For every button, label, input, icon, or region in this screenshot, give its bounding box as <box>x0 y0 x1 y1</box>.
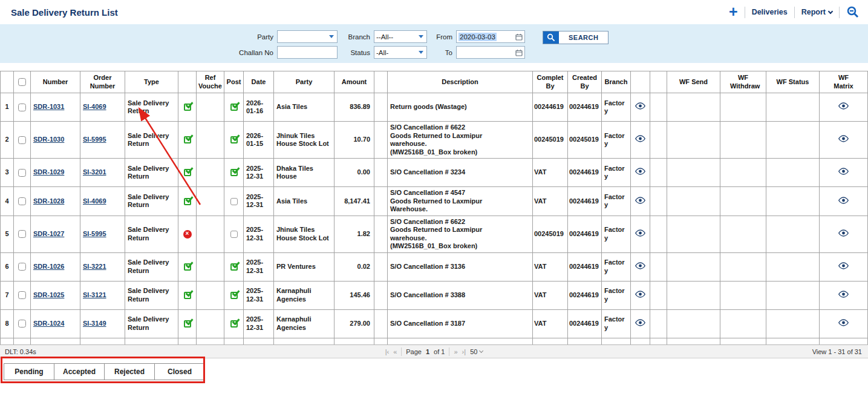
tab-pending[interactable]: Pending <box>4 363 54 380</box>
party-cell <box>274 338 334 344</box>
row-checkbox[interactable] <box>18 104 26 111</box>
status-label: Status <box>346 49 374 56</box>
amount-cell: 1.82 <box>334 216 374 252</box>
order-number-link[interactable]: SI-4069 <box>83 103 106 110</box>
row-select-cell <box>14 252 31 281</box>
number-link[interactable]: SDR-1024 <box>33 320 64 327</box>
number-link[interactable]: SDR-1029 <box>33 168 64 176</box>
wf-matrix-cell <box>820 216 868 252</box>
ref-voucher-cell <box>197 338 224 344</box>
branch-select[interactable]: --All-- <box>374 30 427 43</box>
view-eye-icon[interactable] <box>635 168 645 177</box>
wf-status-cell <box>766 93 820 122</box>
last-page-icon[interactable]: ›| <box>462 348 466 355</box>
challan-input[interactable] <box>277 46 338 59</box>
branch-cell: Factory <box>602 216 631 252</box>
wf-withdraw-cell <box>720 93 766 122</box>
calendar-icon[interactable] <box>515 33 523 41</box>
status-select[interactable]: -All- <box>374 46 427 59</box>
date-cell: 2025-12-31 <box>244 338 274 344</box>
number-link[interactable]: SDR-1026 <box>33 263 64 270</box>
dlt-timing: DLT: 0.34s <box>0 348 36 355</box>
post-cell <box>224 122 244 159</box>
order-number-link[interactable]: SI-5995 <box>83 136 106 143</box>
view-eye-icon[interactable] <box>838 291 849 300</box>
search-button[interactable]: SEARCH <box>543 31 609 44</box>
created-by-cell: 00244619 <box>568 216 602 252</box>
from-date-value: 2020-03-03 <box>458 33 497 41</box>
order-number-link[interactable]: SI-5995 <box>83 230 106 237</box>
to-date-input[interactable] <box>456 46 525 59</box>
page-size-select[interactable]: 50 <box>470 348 483 355</box>
order-number-link[interactable]: SI-4069 <box>83 197 106 205</box>
wf-status-cell <box>766 216 820 252</box>
view-eye-icon[interactable] <box>635 135 645 145</box>
zoom-search-icon[interactable] <box>846 5 860 19</box>
calendar-icon[interactable] <box>515 49 523 56</box>
add-icon[interactable]: + <box>729 5 738 18</box>
number-link[interactable]: SDR-1031 <box>33 103 64 110</box>
order-number-link[interactable]: SI-3221 <box>83 263 106 270</box>
row-checkbox[interactable] <box>18 136 26 144</box>
view-eye-icon[interactable] <box>838 135 849 145</box>
party-select[interactable] <box>277 30 338 43</box>
view-eye-icon[interactable] <box>838 319 849 329</box>
tab-rejected[interactable]: Rejected <box>104 363 155 380</box>
view-eye-icon[interactable] <box>838 262 849 272</box>
number-link[interactable]: SDR-1027 <box>33 230 64 237</box>
ref-voucher-cell <box>197 252 224 281</box>
empty-column-header <box>1 71 14 93</box>
view-eye-icon[interactable] <box>635 102 645 112</box>
view-eye-icon[interactable] <box>635 262 645 272</box>
page-number-input[interactable]: 1 <box>426 348 429 355</box>
view-eye-icon[interactable] <box>838 197 849 206</box>
view-eye-icon[interactable] <box>635 319 645 329</box>
created-by-cell: 00244619 <box>568 252 602 281</box>
view-eye-icon[interactable] <box>838 102 849 112</box>
party-cell: Jhinuk Tiles House Stock Lot <box>274 216 334 252</box>
order-number-cell: SI-3221 <box>80 252 125 281</box>
from-date-input[interactable]: 2020-03-03 <box>456 30 525 43</box>
completed-by-cell: 00245019 <box>533 122 568 159</box>
column-header: Branch <box>602 71 631 93</box>
view-eye-icon[interactable] <box>635 229 645 239</box>
view-eye-icon[interactable] <box>838 168 849 177</box>
prev-page-icon[interactable]: « <box>393 348 397 355</box>
approval-status-cell <box>178 338 197 344</box>
status-value: -All- <box>376 49 388 56</box>
number-link[interactable]: SDR-1028 <box>33 197 64 205</box>
report-dropdown[interactable]: Report <box>801 8 832 16</box>
number-link[interactable]: SDR-1025 <box>33 291 64 298</box>
description-cell: S/O Cancellation # 3234 <box>388 159 533 187</box>
wf-status-cell <box>766 187 820 216</box>
branch-cell: Factory <box>602 159 631 187</box>
deliveries-link[interactable]: Deliveries <box>752 8 788 16</box>
number-link[interactable]: SDR-1030 <box>33 136 64 143</box>
column-header: Party <box>274 71 334 93</box>
row-checkbox[interactable] <box>18 169 26 177</box>
row-checkbox[interactable] <box>18 230 26 238</box>
row-checkbox[interactable] <box>18 320 26 328</box>
table-row: 3 SDR-1029 SI-3201 Sale Delivery Return … <box>1 159 868 187</box>
tab-closed[interactable]: Closed <box>154 363 205 380</box>
order-number-link[interactable]: SI-3201 <box>83 168 106 176</box>
view-eye-icon[interactable] <box>635 197 645 206</box>
next-page-icon[interactable]: » <box>454 348 457 355</box>
row-checkbox[interactable] <box>18 263 26 271</box>
order-number-link[interactable]: SI-3149 <box>83 320 106 327</box>
row-checkbox[interactable] <box>18 197 26 205</box>
column-header: WF Send <box>667 71 720 93</box>
created-by-cell: 00244619 <box>568 187 602 216</box>
view-cell <box>631 93 650 122</box>
page-size-value: 50 <box>470 348 477 355</box>
row-checkbox[interactable] <box>18 291 26 299</box>
first-page-icon[interactable]: |‹ <box>385 348 390 355</box>
amount-cell: 0.00 <box>334 159 374 187</box>
chevron-down-icon <box>479 348 483 352</box>
view-eye-icon[interactable] <box>838 229 849 239</box>
view-eye-icon[interactable] <box>635 291 645 300</box>
order-number-link[interactable]: SI-3121 <box>83 291 106 298</box>
select-all-checkbox[interactable] <box>18 78 26 86</box>
wf-status-cell <box>766 252 820 281</box>
tab-accepted[interactable]: Accepted <box>54 363 105 380</box>
